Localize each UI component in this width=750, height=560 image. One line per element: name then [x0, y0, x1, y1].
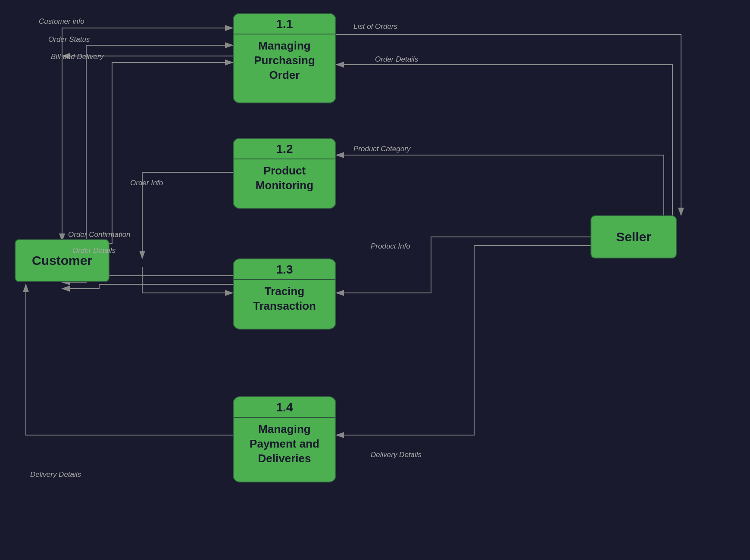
seller-label: Seller: [616, 230, 651, 244]
process-12: 1.2 ProductMonitoring: [233, 138, 336, 209]
seller-entity: Seller: [591, 215, 677, 258]
diagram-canvas: Customer Seller 1.1 ManagingPurchasingOr…: [0, 0, 750, 560]
process-13-label: TracingTransaction: [248, 280, 321, 318]
label-product-info: Product Info: [371, 242, 410, 251]
label-product-category: Product Category: [353, 145, 410, 153]
process-14: 1.4 ManagingPayment andDeliveries: [233, 396, 336, 482]
process-11-number: 1.1: [234, 14, 335, 34]
label-delivery-details-left: Delivery Details: [30, 470, 81, 479]
label-order-confirmation: Order Confirmation: [68, 230, 131, 239]
process-13-number: 1.3: [234, 259, 335, 280]
label-order-info: Order Info: [130, 179, 163, 187]
process-12-label: ProductMonitoring: [250, 159, 319, 197]
label-order-details-right: Order Details: [375, 55, 418, 64]
process-11-label: ManagingPurchasingOrder: [249, 34, 320, 87]
customer-label: Customer: [32, 253, 92, 268]
label-list-of-orders: List of Orders: [353, 22, 397, 31]
process-14-number: 1.4: [234, 397, 335, 418]
arrows-svg: [0, 0, 750, 560]
label-order-details-left: Order Details: [72, 246, 116, 255]
label-order-status: Order Status: [48, 35, 90, 44]
customer-entity: Customer: [15, 239, 109, 282]
process-14-label: ManagingPayment andDeliveries: [244, 418, 325, 470]
label-delivery-details-right: Delivery Details: [371, 451, 422, 459]
label-customer-info: Customer info: [39, 17, 84, 26]
process-11: 1.1 ManagingPurchasingOrder: [233, 13, 336, 103]
label-bill-delivery: Bill and Delivery: [51, 53, 103, 61]
process-13: 1.3 TracingTransaction: [233, 258, 336, 330]
process-12-number: 1.2: [234, 139, 335, 159]
